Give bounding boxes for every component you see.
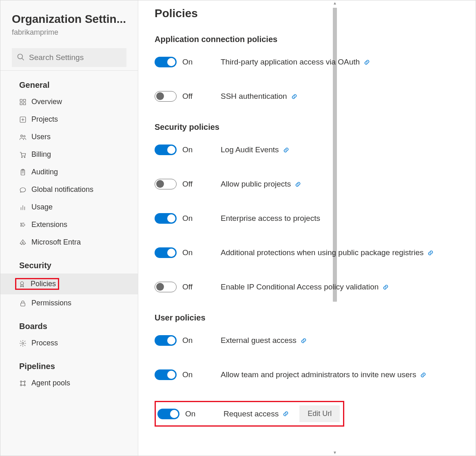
- svg-point-11: [22, 156, 22, 157]
- svg-point-10: [24, 135, 25, 137]
- puzzle-icon: [19, 221, 27, 229]
- policy-label: Enterprise access to projects: [221, 214, 320, 223]
- search-input[interactable]: [29, 53, 126, 62]
- sidebar-title: Organization Settin...: [12, 13, 126, 26]
- toggle-ssh-authentication[interactable]: [155, 91, 177, 102]
- highlight-policies: Policies: [15, 278, 59, 290]
- nav-group-title: Security: [0, 251, 138, 274]
- toggle-additional-protections-when-using-public-package-registries[interactable]: [155, 247, 177, 258]
- link-icon[interactable]: [301, 338, 307, 344]
- plus-box-icon: [19, 116, 27, 123]
- toggle-knob: [167, 146, 175, 154]
- policy-label: External guest access: [221, 336, 297, 345]
- nav-item-auditing[interactable]: Auditing: [0, 163, 138, 181]
- nav-item-users[interactable]: Users: [0, 128, 138, 146]
- policy-label: Additional protections when using public…: [221, 248, 423, 257]
- svg-line-1: [22, 58, 24, 60]
- policy-row: OffAllow public projects: [155, 176, 459, 192]
- toggle-knob: [167, 371, 175, 379]
- nav-item-projects[interactable]: Projects: [0, 111, 138, 128]
- nav-item-label: Agent pools: [31, 379, 133, 387]
- edit-url-button[interactable]: Edit Url: [299, 405, 340, 422]
- nav-item-label: Users: [31, 133, 133, 141]
- policy-row: OnThird-party application access via OAu…: [155, 54, 459, 70]
- toggle-state-label: On: [182, 58, 193, 67]
- toggle-knob: [167, 214, 175, 222]
- toggle-knob: [167, 58, 175, 66]
- toggle-state-label: On: [182, 145, 193, 154]
- link-icon[interactable]: [427, 250, 434, 256]
- nav-item-microsoft-entra[interactable]: Microsoft Entra: [0, 234, 138, 251]
- policy-row: OnLog Audit Events: [155, 142, 459, 158]
- toggle-request-access[interactable]: [157, 409, 179, 419]
- org-name: fabrikamprime: [12, 28, 126, 37]
- nav-item-label: Extensions: [31, 220, 133, 229]
- nav-item-agent-pools[interactable]: Agent pools: [0, 374, 138, 392]
- svg-point-0: [18, 54, 23, 59]
- grid-icon: [19, 98, 27, 106]
- toggle-knob: [167, 249, 175, 257]
- svg-rect-3: [24, 99, 26, 101]
- toggle-enable-ip-conditional-access-policy-validation[interactable]: [155, 282, 177, 292]
- policy-row: OnExternal guest access: [155, 332, 459, 349]
- toggle-log-audit-events[interactable]: [155, 145, 177, 155]
- link-icon[interactable]: [364, 59, 370, 65]
- toggle-allow-public-projects[interactable]: [155, 179, 177, 189]
- policy-row: OffEnable IP Conditional Access policy v…: [155, 279, 459, 295]
- toggle-knob: [156, 92, 164, 100]
- nav-item-policies[interactable]: Policies: [0, 274, 138, 294]
- link-icon[interactable]: [383, 284, 389, 290]
- link-icon[interactable]: [295, 181, 301, 187]
- link-icon[interactable]: [283, 147, 289, 153]
- policy-row: OnEnterprise access to projects: [155, 210, 459, 227]
- svg-rect-4: [20, 102, 22, 105]
- entra-icon: [19, 239, 27, 246]
- nav-item-global-notifications[interactable]: Global notifications: [0, 181, 138, 198]
- toggle-state-label: Off: [182, 180, 193, 189]
- toggle-external-guest-access[interactable]: [155, 335, 177, 346]
- toggle-knob: [170, 410, 178, 418]
- policy-label: Allow public projects: [221, 180, 291, 189]
- toggle-third-party-application-access-via-oauth[interactable]: [155, 57, 177, 67]
- nav-item-label: Process: [31, 339, 133, 347]
- highlight-request-access: OnRequest accessEdit Url: [155, 401, 344, 427]
- toggle-state-label: On: [182, 214, 193, 223]
- nav-item-process[interactable]: Process: [0, 334, 138, 352]
- policy-label: Third-party application access via OAuth: [221, 58, 360, 67]
- nav-group-title: Pipelines: [0, 352, 138, 374]
- svg-rect-21: [21, 303, 25, 306]
- nav-group-title: General: [0, 71, 138, 93]
- toggle-enterprise-access-to-projects[interactable]: [155, 213, 177, 224]
- search-settings[interactable]: [12, 48, 126, 67]
- link-icon[interactable]: [291, 93, 297, 100]
- nav-item-label: Microsoft Entra: [31, 238, 133, 247]
- link-icon[interactable]: [283, 411, 289, 417]
- nav-item-billing[interactable]: Billing: [0, 146, 138, 163]
- nav-item-extensions[interactable]: Extensions: [0, 216, 138, 234]
- section-title: Security policies: [155, 122, 459, 132]
- toggle-knob: [156, 180, 164, 188]
- policy-label: Enable IP Conditional Access policy vali…: [221, 282, 379, 291]
- policy-label: SSH authentication: [221, 92, 287, 101]
- section-title: User policies: [155, 313, 459, 323]
- nav-item-usage[interactable]: Usage: [0, 198, 138, 216]
- toggle-allow-team-and-project-administrators-to-invite-new-users[interactable]: [155, 369, 177, 380]
- bar-chart-icon: [19, 204, 27, 211]
- nav-item-overview[interactable]: Overview: [0, 93, 138, 111]
- gear-icon: [19, 340, 27, 347]
- nav-item-label: Projects: [31, 115, 133, 124]
- main-content: Policies Application connection policies…: [138, 0, 476, 456]
- nav-item-label: Usage: [31, 203, 133, 211]
- policy-row: OnRequest accessEdit Url: [155, 401, 459, 427]
- toggle-knob: [156, 283, 164, 291]
- clipboard-icon: [19, 169, 27, 176]
- policy-row: OnAllow team and project administrators …: [155, 367, 459, 383]
- toggle-state-label: On: [182, 370, 193, 379]
- sidebar: Organization Settin... fabrikamprime Gen…: [0, 0, 138, 456]
- nav-group-title: Boards: [0, 312, 138, 334]
- link-icon[interactable]: [420, 372, 426, 378]
- nav-item-permissions[interactable]: Permissions: [0, 294, 138, 312]
- nav: GeneralOverviewProjectsUsersBillingAudit…: [0, 71, 138, 392]
- svg-rect-2: [20, 99, 22, 101]
- policy-label: Log Audit Events: [221, 145, 279, 154]
